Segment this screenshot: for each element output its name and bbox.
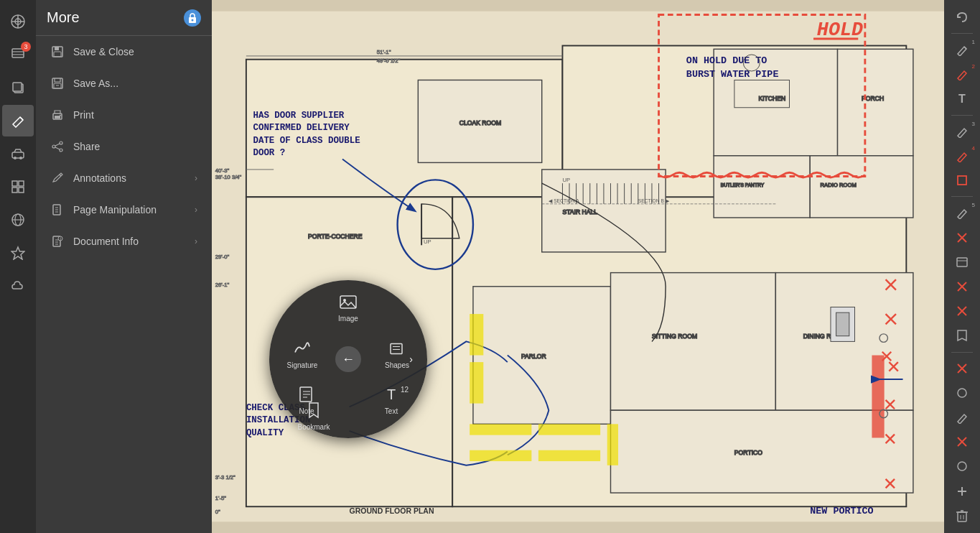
- svg-point-33: [52, 145, 55, 148]
- sidebar-menu: Save & Close Save As...: [36, 36, 212, 533]
- svg-point-173: [958, 462, 966, 471]
- svg-rect-159: [958, 176, 966, 185]
- signature-icon: [291, 337, 314, 360]
- annotations-label: Annotations: [73, 172, 126, 184]
- edit-btn[interactable]: [2, 105, 34, 136]
- undo-btn[interactable]: [948, 6, 976, 29]
- svg-rect-105: [538, 424, 600, 435]
- text-label: Text: [385, 407, 398, 415]
- svg-text:26'-1": 26'-1": [215, 282, 230, 288]
- home-icon-btn[interactable]: [2, 6, 34, 37]
- print-label: Print: [73, 109, 94, 121]
- radial-center-back[interactable]: ←: [335, 346, 361, 372]
- cross-1[interactable]: [948, 226, 976, 249]
- svg-point-22: [192, 19, 194, 21]
- svg-text:UP: UP: [562, 177, 570, 183]
- svg-text:PARLOR: PARLOR: [521, 353, 546, 360]
- globe-btn[interactable]: [2, 204, 34, 236]
- cross-2[interactable]: [948, 275, 976, 298]
- svg-point-34: [60, 149, 62, 152]
- share-icon: [50, 139, 65, 154]
- menu-item-print[interactable]: Print: [36, 99, 212, 131]
- radial-item-bookmark[interactable]: Bookmark: [292, 399, 335, 431]
- cross-4[interactable]: [948, 356, 976, 379]
- cloud-btn[interactable]: [2, 270, 34, 302]
- star-btn[interactable]: [2, 237, 34, 269]
- pen-tool-3[interactable]: 3: [948, 120, 976, 143]
- svg-rect-30: [55, 116, 60, 119]
- svg-text:RADIO ROOM: RADIO ROOM: [821, 182, 857, 188]
- save-close-icon: [50, 45, 65, 59]
- svg-rect-59: [542, 170, 666, 252]
- pen-tool-1[interactable]: 1: [948, 38, 976, 61]
- page-manipulation-label: Page Manipulation: [73, 204, 157, 215]
- radial-item-text[interactable]: T 12 Text: [370, 383, 413, 415]
- menu-item-save-as[interactable]: Save As...: [36, 68, 212, 99]
- svg-text:1'-5": 1'-5": [215, 495, 227, 501]
- radial-right-arrow[interactable]: ›: [409, 353, 413, 365]
- circle-2[interactable]: [948, 455, 976, 478]
- pen-tool-6[interactable]: [948, 406, 976, 429]
- bookmark-tool[interactable]: [948, 324, 976, 347]
- svg-text:DOOR ?: DOOR ?: [253, 148, 285, 158]
- svg-text:CLOAK ROOM: CLOAK ROOM: [459, 119, 501, 126]
- svg-rect-15: [12, 187, 17, 193]
- add-btn[interactable]: [948, 480, 976, 503]
- svg-text:NEW  PORTICO: NEW PORTICO: [810, 506, 873, 516]
- radial-item-signature[interactable]: Signature: [281, 337, 324, 369]
- circle-1[interactable]: [948, 381, 976, 404]
- svg-rect-25: [54, 52, 61, 57]
- blueprint-svg: CLOAK ROOM KITCHEN PORCH STAIR HALL BUTL…: [212, 0, 944, 533]
- menu-item-page-manipulation[interactable]: Page Manipulation ›: [36, 194, 212, 226]
- menu-item-annotations[interactable]: Annotations ›: [36, 162, 212, 194]
- svg-rect-57: [838, 49, 913, 155]
- image-viewer-tool[interactable]: [948, 251, 976, 274]
- toolbar-divider-4: [951, 352, 973, 353]
- text-tool[interactable]: T: [948, 88, 976, 111]
- pen-tool-2[interactable]: 2: [948, 62, 976, 85]
- signature-label: Signature: [287, 361, 318, 369]
- menu-item-document-info[interactable]: i Document Info ›: [36, 226, 212, 257]
- annotations-arrow: ›: [195, 173, 197, 183]
- svg-rect-149: [340, 296, 356, 308]
- svg-line-9: [20, 117, 23, 120]
- svg-rect-102: [470, 314, 483, 355]
- svg-text:SITTING ROOM: SITTING ROOM: [652, 333, 697, 340]
- rect-tool[interactable]: [948, 169, 976, 192]
- shapes-icon: [386, 337, 409, 360]
- svg-rect-176: [958, 512, 966, 522]
- toolbar-divider-1: [951, 33, 973, 34]
- svg-rect-151: [391, 344, 402, 354]
- svg-marker-20: [11, 247, 24, 259]
- save-as-icon: [50, 76, 65, 91]
- svg-rect-106: [470, 450, 531, 461]
- vehicle-btn[interactable]: [2, 138, 34, 170]
- svg-text:HAS DOOR SUPPLIER: HAS DOOR SUPPLIER: [253, 111, 344, 121]
- trash-btn[interactable]: [948, 504, 976, 527]
- image-icon: [337, 290, 360, 313]
- copy-btn[interactable]: [2, 72, 34, 103]
- layers-btn[interactable]: 3: [2, 39, 34, 70]
- print-icon: [50, 108, 65, 122]
- menu-item-share[interactable]: Share: [36, 131, 212, 162]
- menu-item-save-close[interactable]: Save & Close: [36, 36, 212, 68]
- svg-rect-14: [19, 181, 24, 186]
- cross-3[interactable]: [948, 300, 976, 323]
- pen-tool-4[interactable]: 4: [948, 144, 976, 167]
- svg-line-37: [60, 175, 61, 176]
- svg-rect-24: [55, 47, 59, 50]
- svg-line-35: [55, 144, 60, 146]
- radial-item-image[interactable]: Image: [327, 290, 370, 323]
- left-icon-strip: 3: [0, 0, 36, 533]
- document-info-label: Document Info: [73, 236, 139, 247]
- svg-text:BUTLER'S PANTRY: BUTLER'S PANTRY: [721, 182, 765, 187]
- page-manipulation-icon: [50, 203, 65, 217]
- grid-btn[interactable]: [2, 171, 34, 203]
- cross-5[interactable]: [948, 430, 976, 453]
- svg-rect-13: [12, 181, 17, 186]
- pen-tool-5[interactable]: 5: [948, 201, 976, 224]
- svg-text:STAIR HALL: STAIR HALL: [562, 208, 597, 215]
- svg-line-36: [55, 147, 60, 149]
- document-info-icon: i: [50, 234, 65, 249]
- svg-rect-162: [957, 258, 967, 266]
